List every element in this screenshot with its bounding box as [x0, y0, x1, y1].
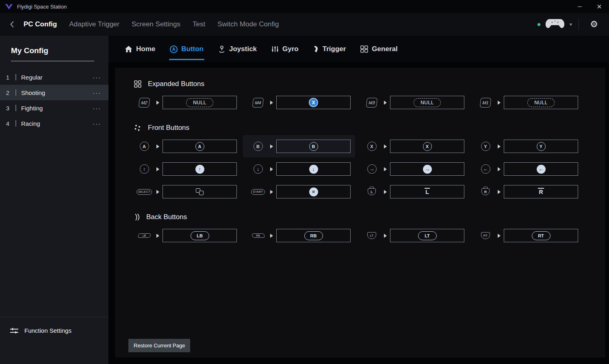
- tab-label: Joystick: [229, 45, 257, 53]
- dpad-up-mapping-target[interactable]: ↑: [163, 162, 237, 176]
- arrow-right-icon: [270, 101, 273, 105]
- dpad-left-button-icon: ←: [475, 164, 496, 174]
- tab-general[interactable]: General: [360, 36, 397, 62]
- m4-mapping-target[interactable]: X: [276, 96, 351, 109]
- select-mapping-target[interactable]: [163, 185, 237, 198]
- mapping-b: BB: [247, 140, 351, 153]
- app-body: My Config 1Regular···2Shooting···3Fighti…: [0, 36, 609, 364]
- arrow-right-icon: [498, 190, 501, 194]
- home-icon: [125, 45, 132, 53]
- sidebar-item-regular[interactable]: 1Regular···: [0, 69, 108, 85]
- m3-mapping-target[interactable]: NULL: [390, 96, 464, 109]
- dpad-down-mapping-target[interactable]: ↓: [276, 162, 351, 176]
- back-button[interactable]: [0, 21, 24, 28]
- lb-button-icon: LB: [134, 233, 155, 238]
- start-mapping-target[interactable]: ≡: [276, 185, 351, 198]
- tab-trigger[interactable]: Trigger: [313, 36, 346, 62]
- joystick-icon: [218, 45, 225, 53]
- more-options-icon[interactable]: ···: [93, 89, 108, 96]
- rt-mapping-target[interactable]: RT: [504, 229, 578, 242]
- select-button-icon: SELECT: [134, 189, 155, 195]
- section-title: Front Buttons: [148, 124, 189, 132]
- arrow-right-icon: [156, 167, 159, 171]
- config-index: 4: [0, 120, 15, 127]
- r-mapping-target[interactable]: R: [504, 185, 578, 198]
- l-mapping-target[interactable]: L: [390, 185, 464, 198]
- tab-gyro[interactable]: Gyro: [271, 36, 299, 62]
- m4-button-icon: M4: [247, 98, 269, 108]
- minimize-button[interactable]: ─: [570, 0, 589, 13]
- a-button-icon: A: [134, 142, 155, 151]
- rb-mapping-target[interactable]: RB: [276, 229, 351, 242]
- mapping-y: YY: [475, 140, 578, 153]
- titlebar: Flydigi Space Station ─ ×: [0, 0, 609, 13]
- item-divider: [15, 120, 16, 127]
- close-button[interactable]: ×: [589, 0, 609, 13]
- arrow-right-icon: [270, 234, 273, 238]
- arrow-right-icon: [384, 234, 387, 238]
- arrow-right-icon: [498, 167, 501, 171]
- chevron-down-icon: ▾: [570, 22, 572, 27]
- lb-mapping-target[interactable]: LB: [163, 229, 237, 242]
- b-mapping-target[interactable]: B: [276, 140, 351, 153]
- sidebar-item-racing[interactable]: 4Racing···: [0, 116, 108, 131]
- arrow-right-icon: [156, 144, 159, 149]
- more-options-icon[interactable]: ···: [93, 105, 108, 112]
- mapping-rt: RTRT: [475, 229, 578, 242]
- mapping-dpad-down: ↓↓: [247, 162, 351, 176]
- dpad-left-mapping-target[interactable]: ←: [504, 162, 578, 176]
- tab-button[interactable]: AButton: [170, 36, 204, 62]
- m1-mapping-target[interactable]: NULL: [504, 96, 578, 109]
- mapping-lt: LTLT: [361, 229, 464, 242]
- section-back-buttons: Back ButtonsLBLBRBRBLTLTRTRT: [134, 213, 605, 242]
- x-mapping-target[interactable]: X: [390, 140, 464, 153]
- restore-current-page-button[interactable]: Restore Current Page: [128, 339, 190, 352]
- rt-button-icon: RT: [475, 232, 496, 239]
- controller-selector[interactable]: ▾: [531, 13, 579, 36]
- function-settings-button[interactable]: Function Settings: [0, 317, 108, 364]
- tab-label: General: [372, 45, 397, 53]
- sidebar-item-shooting[interactable]: 2Shooting···: [0, 85, 108, 100]
- mapping-row: ↑↑↓↓→→←←: [134, 162, 605, 176]
- general-icon: [360, 45, 368, 53]
- a-mapping-target[interactable]: A: [163, 140, 237, 153]
- y-button-icon: Y: [475, 142, 496, 151]
- section-header: Front Buttons: [134, 124, 605, 132]
- app-window: Flydigi Space Station ─ × PC ConfigAdapt…: [0, 0, 609, 364]
- lt-mapping-target[interactable]: LT: [390, 229, 464, 242]
- mapping-m3: M3NULL: [361, 96, 464, 109]
- nav-item-adaptive-trigger[interactable]: Adaptive Trigger: [69, 20, 119, 28]
- button-config-panel: Expanded ButtonsM2NULLM4XM3NULLM1NULLFro…: [115, 68, 605, 358]
- settings-button[interactable]: ⚙: [579, 13, 609, 36]
- more-options-icon[interactable]: ···: [93, 120, 108, 127]
- config-index: 2: [0, 89, 15, 96]
- tabbar: HomeAButtonJoystickGyroTriggerGeneral: [108, 36, 609, 62]
- arrow-right-icon: [384, 144, 387, 149]
- tab-label: Button: [181, 45, 204, 53]
- sidebar: My Config 1Regular···2Shooting···3Fighti…: [0, 36, 108, 364]
- dpad-up-button-icon: ↑: [134, 164, 155, 174]
- m2-mapping-target[interactable]: NULL: [163, 96, 237, 109]
- config-label: Regular: [21, 74, 93, 81]
- gear-icon: ⚙: [590, 19, 598, 30]
- nav-item-screen-settings[interactable]: Screen Settings: [132, 20, 180, 28]
- more-options-icon[interactable]: ···: [93, 74, 108, 81]
- dpad-right-mapping-target[interactable]: →: [390, 162, 464, 176]
- nav-item-pc-config[interactable]: PC Config: [24, 20, 57, 28]
- arrow-right-icon: [498, 101, 501, 105]
- mapping-dpad-right: →→: [361, 162, 464, 176]
- arrow-right-icon: [498, 144, 501, 149]
- mapping-x: XX: [361, 140, 464, 153]
- button-icon: A: [170, 45, 178, 53]
- mapping-lb: LBLB: [134, 229, 237, 242]
- section-title: Expanded Buttons: [148, 80, 204, 88]
- config-index: 1: [0, 74, 15, 81]
- nav-item-switch-mode-config[interactable]: Switch Mode Config: [217, 20, 279, 28]
- sidebar-title: My Config: [11, 46, 94, 61]
- tab-joystick[interactable]: Joystick: [218, 36, 257, 62]
- nav-item-test[interactable]: Test: [193, 20, 205, 28]
- y-mapping-target[interactable]: Y: [504, 140, 578, 153]
- tab-home[interactable]: Home: [125, 36, 155, 62]
- section-header: Expanded Buttons: [134, 80, 605, 88]
- sidebar-item-fighting[interactable]: 3Fighting···: [0, 100, 108, 116]
